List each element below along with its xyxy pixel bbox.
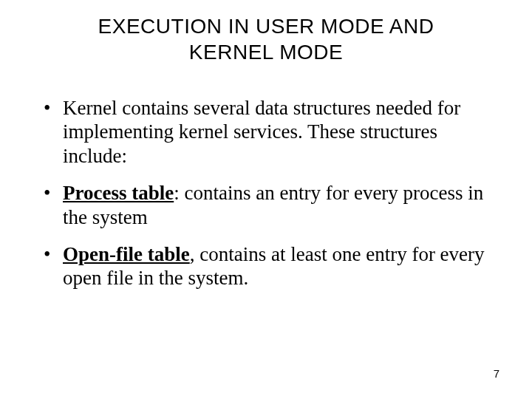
bullet-bold: Open-file table: [63, 243, 190, 265]
bullet-bold: Process table: [63, 182, 174, 204]
page-number: 7: [494, 367, 499, 380]
title-line-1: EXECUTION IN USER MODE AND: [98, 15, 434, 38]
bullet-sep: :: [174, 182, 184, 204]
bullet-sep: ,: [190, 243, 200, 265]
slide-body: Kernel contains several data structures …: [41, 96, 491, 304]
list-item: Kernel contains several data structures …: [41, 96, 491, 168]
slide-title: EXECUTION IN USER MODE AND KERNEL MODE: [0, 13, 532, 65]
slide: EXECUTION IN USER MODE AND KERNEL MODE K…: [0, 0, 532, 399]
bullet-list: Kernel contains several data structures …: [41, 96, 491, 290]
list-item: Open-file table, contains at least one e…: [41, 242, 491, 290]
list-item: Process table: contains an entry for eve…: [41, 181, 491, 229]
bullet-text: Kernel contains several data structures …: [63, 97, 460, 167]
title-line-2: KERNEL MODE: [189, 41, 343, 64]
